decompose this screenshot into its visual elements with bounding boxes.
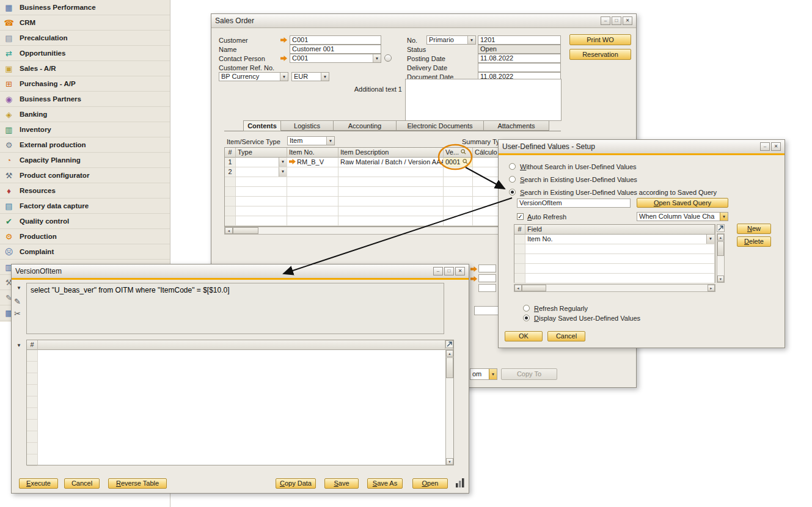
sidebar-item-capacity-planning[interactable]: Capacity Planning (0, 153, 170, 168)
scroll-right-icon[interactable]: ▸ (708, 285, 715, 291)
item-service-type-combo[interactable]: Item (287, 136, 335, 145)
total-field-fragment[interactable] (478, 284, 496, 292)
tab-electronic-documents[interactable]: Electronic Documents (397, 120, 484, 131)
scroll-thumb[interactable] (522, 285, 546, 291)
minimize-icon[interactable] (760, 142, 770, 151)
sidebar-item-production[interactable]: Production (0, 229, 170, 244)
scroll-down-icon[interactable]: ▾ (717, 275, 724, 282)
sidebar-item-precalculation[interactable]: Precalculation (0, 31, 170, 46)
execute-button[interactable]: Execute (19, 478, 58, 489)
item-no-cell[interactable] (287, 167, 338, 177)
total-field-fragment[interactable] (478, 264, 496, 272)
link-arrow-icon[interactable] (280, 56, 287, 61)
chevron-down-icon[interactable] (326, 137, 334, 145)
chevron-down-icon[interactable] (706, 235, 714, 244)
delete-button[interactable]: Delete (737, 236, 771, 247)
posting-date-field[interactable]: 11.08.2022 (478, 54, 561, 63)
scroll-down-icon[interactable]: ▾ (446, 458, 453, 465)
currency-combo[interactable]: EUR (291, 72, 329, 81)
open-saved-query-button[interactable]: Open Saved Query (637, 198, 728, 208)
name-field[interactable]: Customer 001 (290, 45, 381, 54)
sql-section-caret[interactable]: ▼ (16, 285, 21, 291)
tab-accounting[interactable]: Accounting (334, 120, 397, 131)
reservation-button[interactable]: Reservation (569, 49, 631, 60)
cancel-button[interactable]: Cancel (64, 478, 100, 489)
radio-without-search[interactable] (509, 163, 516, 170)
docnum-field[interactable]: 1201 (478, 35, 561, 45)
chart-icon[interactable] (455, 478, 465, 488)
maximize-icon[interactable] (612, 16, 621, 25)
scroll-left-icon[interactable]: ◂ (225, 227, 233, 234)
customer-field[interactable]: C001 (290, 35, 381, 45)
field-grid-vscrollbar[interactable]: ▴ ▾ (717, 233, 725, 283)
minimize-icon[interactable] (601, 16, 610, 25)
chevron-down-icon[interactable] (280, 73, 288, 81)
sidebar-item-resources[interactable]: Resources (0, 183, 170, 199)
version-cell[interactable]: 0001 (444, 158, 473, 167)
expand-grid-icon[interactable] (717, 224, 725, 232)
type-cell[interactable] (236, 167, 287, 177)
chevron-down-icon[interactable] (467, 36, 475, 44)
series-combo[interactable]: Primario (426, 35, 476, 45)
link-arrow-icon[interactable] (289, 159, 296, 164)
sidebar-item-sales-ar[interactable]: Sales - A/R (0, 61, 170, 76)
ok-button[interactable]: OK (505, 331, 543, 341)
query-window-titlebar[interactable]: VersionOfItem (12, 264, 469, 280)
copy-data-button[interactable]: Copy Data (276, 478, 316, 489)
radio-refresh-regularly[interactable] (523, 305, 530, 312)
syntax-check-icon[interactable]: ✂ (14, 309, 21, 318)
auto-refresh-label[interactable]: Auto Refresh (527, 213, 566, 221)
sql-editor[interactable]: select "U_beas_ver" from OITM where "Ite… (26, 283, 444, 334)
sidebar-item-crm[interactable]: CRM (0, 15, 170, 31)
scroll-up-icon[interactable]: ▴ (446, 350, 453, 357)
copy-from-dropdown-fragment[interactable]: om (470, 368, 497, 380)
radio-refresh-regularly-label[interactable]: Refresh Regularly (534, 305, 588, 312)
link-arrow-icon[interactable] (470, 276, 477, 282)
sales-order-titlebar[interactable]: Sales Order (211, 14, 636, 28)
radio-saved-query[interactable] (509, 189, 516, 195)
version-cell[interactable] (444, 167, 473, 177)
chevron-down-icon[interactable] (373, 54, 381, 62)
radio-existing-values-label[interactable]: Search in Existing User-Defined Values (520, 176, 637, 183)
sidebar-item-banking[interactable]: Banking (0, 107, 170, 122)
type-cell[interactable] (236, 158, 287, 167)
contact-options-icon[interactable] (384, 54, 392, 62)
scroll-left-icon[interactable]: ◂ (514, 285, 522, 291)
sidebar-item-inventory[interactable]: Inventory (0, 122, 170, 137)
auto-refresh-checkbox[interactable]: ✓ (517, 213, 524, 220)
radio-existing-values[interactable] (509, 176, 516, 183)
open-button[interactable]: Open (412, 478, 448, 489)
delivery-date-field[interactable] (478, 63, 561, 72)
search-icon[interactable] (463, 159, 468, 164)
scroll-up-icon[interactable]: ▴ (717, 234, 724, 241)
scroll-thumb[interactable] (717, 241, 724, 256)
description-cell[interactable] (338, 167, 444, 177)
maximize-icon[interactable] (444, 267, 454, 275)
chevron-down-icon[interactable] (489, 369, 497, 379)
sidebar-item-quality-control[interactable]: Quality control (0, 214, 170, 229)
reverse-table-button[interactable]: Reverse Table (108, 478, 167, 489)
additional-text-area[interactable] (405, 79, 561, 121)
refresh-trigger-combo[interactable]: When Column Value Cha (637, 212, 728, 221)
close-icon[interactable] (455, 267, 465, 275)
radio-without-search-label[interactable]: Without Search in User-Defined Values (520, 163, 637, 170)
new-button[interactable]: New (737, 224, 771, 234)
total-field-fragment[interactable] (478, 274, 496, 282)
radio-saved-query-label[interactable]: Search in Existing User-Defined Values a… (520, 189, 717, 196)
radio-display-saved-label[interactable]: Display Saved User-Defined Values (534, 315, 640, 322)
sidebar-item-complaint[interactable]: Complaint (0, 244, 170, 260)
tab-contents[interactable]: Contents (243, 120, 281, 131)
chevron-down-icon[interactable] (720, 213, 728, 221)
copy-to-button[interactable]: Copy To (501, 368, 557, 380)
edit-pencil-icon[interactable]: ✎ (14, 297, 21, 306)
sidebar-item-business-partners[interactable]: Business Partners (0, 92, 170, 107)
udv-titlebar[interactable]: User-Defined Values - Setup (499, 140, 785, 155)
save-button[interactable]: Save (324, 478, 359, 489)
cancel-button[interactable]: Cancel (547, 331, 585, 341)
results-vscrollbar[interactable]: ▴ ▾ (445, 350, 453, 465)
close-icon[interactable] (623, 16, 632, 25)
item-no-cell[interactable]: RM_B_V (287, 158, 338, 167)
saved-query-name-field[interactable]: VersionOfItem (517, 199, 631, 208)
sidebar-item-purchasing-ap[interactable]: Purchasing - A/P (0, 76, 170, 92)
close-icon[interactable] (771, 142, 781, 151)
